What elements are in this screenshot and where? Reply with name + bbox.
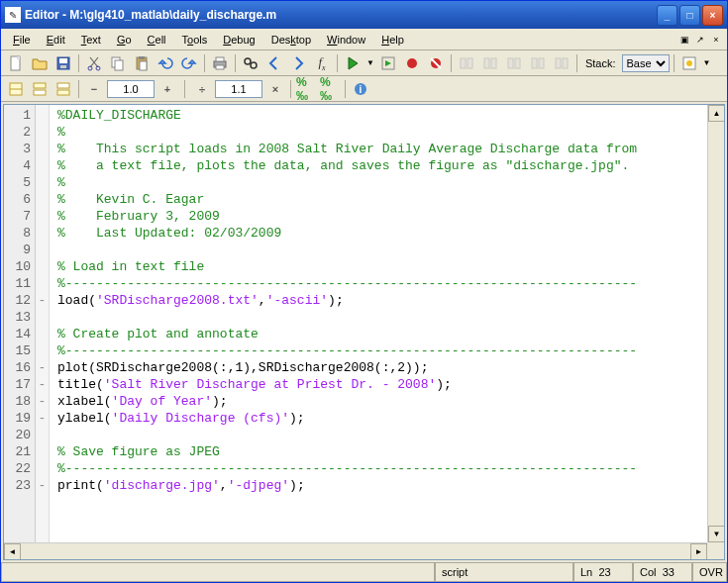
run-section-button[interactable] [377, 52, 399, 74]
exit-debug-button[interactable] [551, 52, 572, 74]
clear-breakpoints-button[interactable] [425, 52, 447, 74]
scroll-left-button[interactable]: ◄ [4, 543, 21, 560]
redo-button[interactable] [178, 52, 200, 74]
svg-rect-36 [57, 90, 69, 95]
close-button[interactable]: × [702, 5, 723, 26]
paste-button[interactable] [131, 52, 153, 74]
print-button[interactable] [209, 52, 231, 74]
svg-rect-20 [461, 58, 466, 68]
scroll-right-button[interactable]: ► [690, 543, 707, 560]
cut-button[interactable] [83, 52, 105, 74]
svg-rect-11 [140, 61, 147, 70]
status-ovr: OVR [692, 563, 727, 582]
menu-edit[interactable]: Edit [39, 32, 73, 48]
menu-go[interactable]: Go [109, 32, 140, 48]
publish-dropdown[interactable]: ▼ [702, 58, 712, 67]
svg-rect-21 [468, 58, 472, 68]
save-button[interactable] [52, 52, 74, 74]
run-dropdown[interactable]: ▼ [365, 58, 375, 67]
scroll-up-button[interactable]: ▲ [708, 105, 725, 122]
scroll-corner [707, 542, 724, 559]
minimize-button[interactable]: _ [657, 5, 677, 26]
stack-label: Stack: [581, 57, 620, 69]
eval-advance-button[interactable] [52, 78, 74, 100]
decrement-button[interactable]: − [83, 78, 105, 100]
publish-button[interactable] [678, 52, 700, 74]
svg-rect-8 [115, 60, 123, 70]
find-button[interactable] [240, 52, 261, 74]
svg-rect-34 [34, 90, 46, 95]
svg-point-31 [686, 60, 692, 66]
code-editor[interactable]: %DAILY_DISCHARGE%% This script loads in … [50, 105, 724, 559]
info-button[interactable]: i [350, 78, 371, 100]
menu-text[interactable]: Text [73, 32, 109, 48]
vertical-scrollbar[interactable]: ▲ ▼ [707, 105, 724, 542]
step-out-button[interactable] [503, 52, 525, 74]
svg-rect-29 [563, 58, 568, 68]
scroll-down-button[interactable]: ▼ [708, 526, 725, 542]
svg-rect-3 [59, 58, 67, 63]
insert-section-button[interactable]: %‰ [295, 78, 317, 100]
svg-point-16 [251, 62, 257, 68]
undock-button[interactable]: ↗ [693, 33, 707, 47]
increment-value-1[interactable] [107, 80, 155, 98]
horizontal-scrollbar[interactable]: ◄ ► [4, 542, 707, 559]
line-numbers: 1234567891011121314151617181920212223 [4, 105, 36, 559]
menu-debug[interactable]: Debug [215, 32, 262, 48]
increment-button[interactable]: + [156, 78, 178, 100]
increment-value-2[interactable] [215, 80, 262, 98]
stack-select[interactable]: Base [622, 54, 670, 72]
step-button[interactable] [456, 52, 477, 74]
editor-area: 1234567891011121314151617181920212223 - … [3, 104, 725, 560]
divide-button[interactable]: ÷ [191, 78, 213, 100]
menu-window[interactable]: Window [319, 32, 373, 48]
menu-desktop[interactable]: Desktop [263, 32, 319, 48]
run-button[interactable] [342, 52, 364, 74]
toolbar-cell: − + ÷ × %‰ %‰ i [1, 76, 727, 102]
svg-text:i: i [360, 84, 363, 95]
svg-rect-26 [532, 58, 537, 68]
app-icon: ✎ [5, 7, 21, 23]
eval-cell-button[interactable] [29, 78, 51, 100]
continue-button[interactable] [527, 52, 549, 74]
svg-rect-28 [556, 58, 561, 68]
titlebar[interactable]: ✎ Editor - M:\glg410_matlab\daily_discha… [1, 1, 727, 29]
svg-point-18 [407, 58, 417, 68]
copy-button[interactable] [107, 52, 129, 74]
breakpoint-button[interactable] [401, 52, 423, 74]
svg-rect-35 [57, 83, 69, 88]
insert-break-button[interactable]: %‰ [319, 78, 341, 100]
open-file-button[interactable] [29, 52, 51, 74]
statusbar: script Ln 23 Col 33 OVR [1, 562, 727, 582]
svg-rect-10 [139, 56, 145, 59]
back-button[interactable] [263, 52, 285, 74]
cell-mode-button[interactable] [5, 78, 27, 100]
svg-rect-27 [539, 58, 544, 68]
status-message [1, 563, 435, 582]
step-in-button[interactable] [479, 52, 501, 74]
close-doc-button[interactable]: × [709, 33, 723, 47]
menubar: File Edit Text Go Cell Tools Debug Deskt… [1, 29, 727, 50]
status-file-type: script [435, 563, 573, 582]
status-column: Col 33 [633, 563, 692, 582]
window-title: Editor - M:\glg410_matlab\daily_discharg… [25, 8, 657, 22]
menu-tools[interactable]: Tools [174, 32, 216, 48]
menu-cell[interactable]: Cell [140, 32, 174, 48]
svg-rect-1 [17, 56, 20, 59]
dock-button[interactable]: ▣ [677, 33, 691, 47]
maximize-button[interactable]: □ [679, 5, 700, 26]
breakpoint-gutter[interactable]: - ---- - [36, 105, 50, 559]
toolbar-main: fx ▼ Stack: Base ▼ [1, 50, 727, 76]
editor-window: ✎ Editor - M:\glg410_matlab\daily_discha… [0, 0, 728, 583]
forward-button[interactable] [287, 52, 309, 74]
undo-button[interactable] [155, 52, 176, 74]
menu-help[interactable]: Help [373, 32, 412, 48]
new-file-button[interactable] [5, 52, 27, 74]
status-line: Ln 23 [573, 563, 633, 582]
fx-button[interactable]: fx [311, 52, 333, 74]
svg-rect-13 [216, 57, 224, 61]
svg-rect-25 [515, 58, 520, 68]
svg-rect-14 [216, 65, 224, 69]
menu-file[interactable]: File [5, 32, 39, 48]
multiply-button[interactable]: × [264, 78, 286, 100]
